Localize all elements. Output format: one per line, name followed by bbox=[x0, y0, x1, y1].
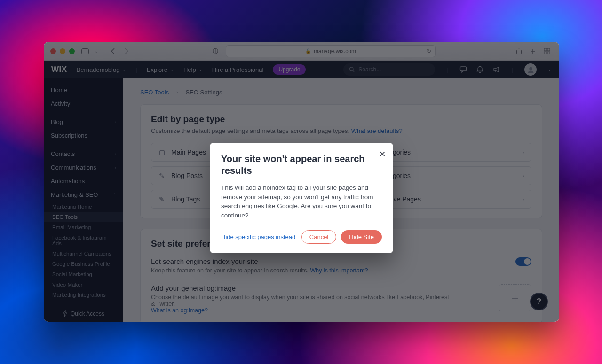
hide-site-button[interactable]: Hide Site bbox=[341, 230, 382, 244]
cancel-button[interactable]: Cancel bbox=[301, 230, 336, 244]
modal-body: This will add a noindex tag to all your … bbox=[221, 183, 382, 220]
safari-window: ⌄ 🔒 manage.wix.com ↻ bbox=[44, 42, 559, 322]
hide-pages-link[interactable]: Hide specific pages instead bbox=[221, 233, 295, 240]
hide-site-modal: ✕ Your site won't appear in search resul… bbox=[210, 143, 393, 253]
modal-overlay[interactable]: ✕ Your site won't appear in search resul… bbox=[44, 42, 559, 322]
close-icon[interactable]: ✕ bbox=[379, 149, 386, 159]
desktop-wallpaper: ⌄ 🔒 manage.wix.com ↻ bbox=[0, 0, 602, 364]
modal-title: Your site won't appear in search results bbox=[221, 153, 382, 177]
